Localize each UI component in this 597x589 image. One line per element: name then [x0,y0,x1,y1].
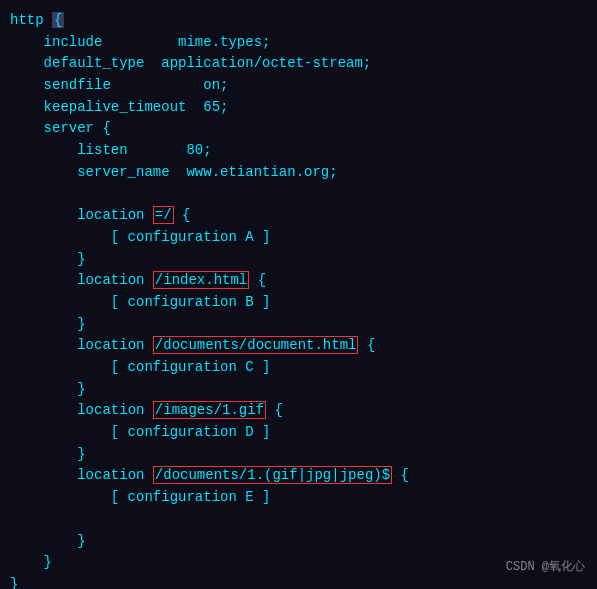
code-line-11: [ configuration A ] [10,227,587,249]
code-line-1: http { [10,10,587,32]
location-path-5: /documents/1.(gif|jpg|jpeg)$ [153,466,392,484]
code-line-12: } [10,249,587,271]
code-line-13: location /index.html { [10,270,587,292]
watermark: CSDN @氧化心 [506,558,585,577]
code-line-19: location /images/1.gif { [10,400,587,422]
http-keyword: http [10,12,44,28]
code-line-16: location /documents/document.html { [10,335,587,357]
code-line-8: server_name www.etiantian.org; [10,162,587,184]
location-path-2: /index.html [153,271,249,289]
code-line-18: } [10,379,587,401]
location-keyword-3: location [77,337,144,353]
location-keyword-1: location [77,207,144,223]
code-line-4: sendfile on; [10,75,587,97]
code-container: http { include mime.types; default_type … [0,0,597,589]
code-line-20: [ configuration D ] [10,422,587,444]
location-keyword-4: location [77,402,144,418]
code-line-14: [ configuration B ] [10,292,587,314]
include-keyword: include [44,34,103,50]
code-line-26: } [10,552,587,574]
code-line-27: } [10,574,587,589]
code-line-22: location /documents/1.(gif|jpg|jpeg)$ { [10,465,587,487]
code-line-10: location =/ { [10,205,587,227]
code-line-24 [10,509,587,531]
code-line-17: [ configuration C ] [10,357,587,379]
code-line-15: } [10,314,587,336]
location-keyword-2: location [77,272,144,288]
location-keyword-5: location [77,467,144,483]
code-line-3: default_type application/octet-stream; [10,53,587,75]
location-path-4: /images/1.gif [153,401,266,419]
code-line-23: [ configuration E ] [10,487,587,509]
brace-open: { [52,12,64,28]
location-path-1: =/ [153,206,174,224]
code-line-6: server { [10,118,587,140]
code-line-5: keepalive_timeout 65; [10,97,587,119]
location-path-3: /documents/document.html [153,336,359,354]
code-line-7: listen 80; [10,140,587,162]
code-line-25: } [10,531,587,553]
code-line-9 [10,184,587,206]
code-line-2: include mime.types; [10,32,587,54]
code-line-21: } [10,444,587,466]
